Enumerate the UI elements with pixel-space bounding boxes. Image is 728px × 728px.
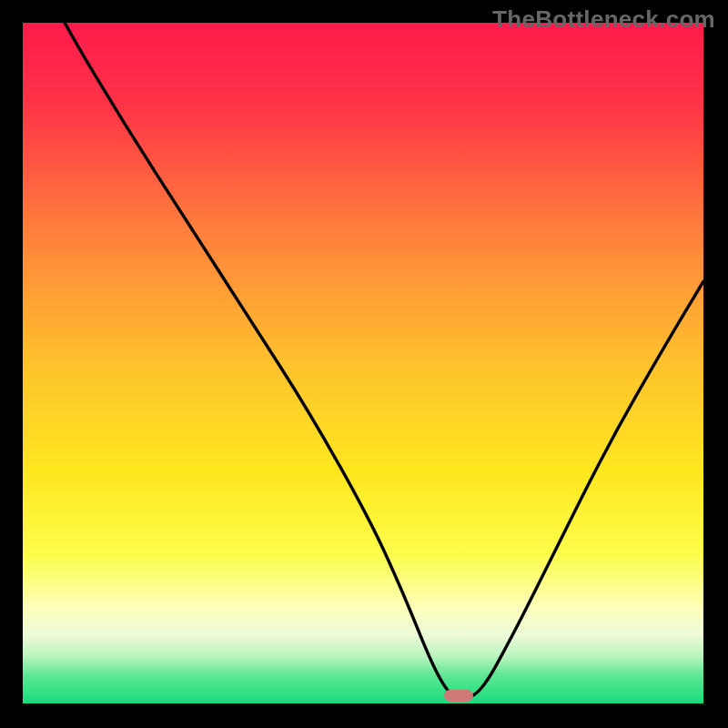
chart-frame: TheBottleneck.com <box>0 0 728 728</box>
optimal-point-marker <box>444 690 473 702</box>
bottleneck-curve <box>23 23 703 703</box>
plot-area <box>23 23 703 703</box>
watermark-text: TheBottleneck.com <box>492 5 715 34</box>
